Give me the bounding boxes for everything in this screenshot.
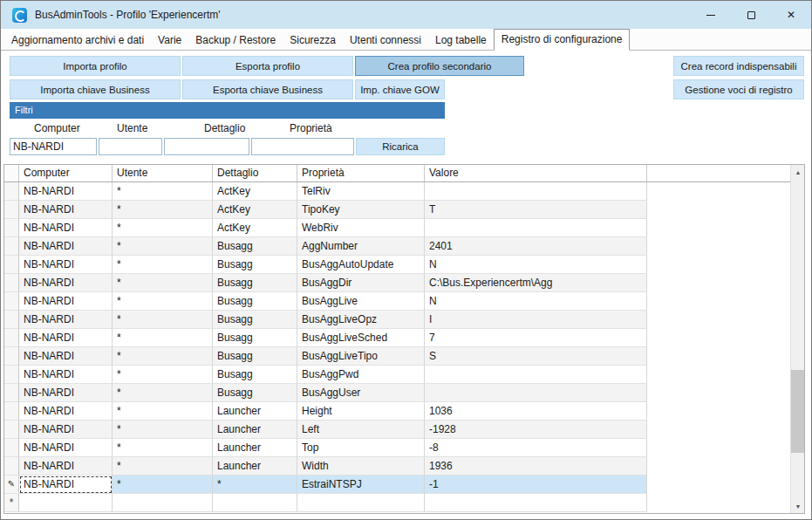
cell-utente[interactable]: * (113, 182, 213, 201)
scroll-thumb[interactable] (791, 370, 805, 453)
crea-profilo-secondario-button[interactable]: Crea profilo secondario (355, 56, 524, 76)
close-button[interactable]: ✕ (771, 1, 811, 29)
importa-profilo-button[interactable]: Importa profilo (10, 56, 181, 76)
cell-dettaglio[interactable]: ActKey (213, 219, 297, 237)
cell-utente[interactable] (113, 494, 213, 512)
cell-computer[interactable]: NB-NARDI (19, 421, 113, 439)
cell-dettaglio[interactable]: ActKey (213, 201, 297, 219)
cell-computer[interactable]: NB-NARDI (19, 182, 113, 201)
cell-utente[interactable]: * (113, 384, 213, 402)
cell-utente[interactable]: * (113, 439, 213, 457)
cell-valore[interactable] (425, 494, 647, 512)
cell-valore[interactable]: -1928 (425, 421, 647, 439)
column-header-computer[interactable]: Computer (19, 165, 113, 181)
cell-dettaglio[interactable]: * (213, 476, 297, 494)
cell-computer[interactable]: NB-NARDI (19, 292, 113, 311)
cell-utente[interactable]: * (113, 457, 213, 476)
cell-utente[interactable]: * (113, 421, 213, 439)
filter-input-utente[interactable] (99, 138, 162, 155)
importa-chiave-business-button[interactable]: Importa chiave Business (10, 79, 181, 99)
tab-registro-di-configurazione[interactable]: Registro di configurazione (494, 29, 631, 51)
row-selector[interactable]: ✎ (4, 476, 19, 494)
cell-computer[interactable]: NB-NARDI (19, 476, 113, 494)
cell-valore[interactable]: 2401 (425, 237, 647, 256)
filter-input-dettaglio[interactable] (164, 138, 249, 155)
cell-valore[interactable]: -8 (425, 439, 647, 457)
cell-propriet[interactable] (297, 494, 425, 512)
cell-computer[interactable]: NB-NARDI (19, 384, 113, 402)
cell-propriet[interactable]: BusAggAutoUpdate (297, 256, 425, 274)
cell-dettaglio[interactable]: Launcher (213, 457, 297, 476)
row-selector[interactable] (4, 402, 19, 421)
filter-input-propriet[interactable] (251, 138, 354, 155)
new-row-selector[interactable]: * (4, 494, 19, 512)
cell-utente[interactable]: * (113, 292, 213, 311)
cell-computer[interactable]: NB-NARDI (19, 219, 113, 237)
cell-valore[interactable]: S (425, 347, 647, 366)
tab-utenti-connessi[interactable]: Utenti connessi (343, 31, 428, 50)
cell-propriet[interactable]: EstraiNTSPJ (297, 476, 425, 494)
cell-propriet[interactable]: Top (297, 439, 425, 457)
cell-utente[interactable]: * (113, 347, 213, 366)
cell-propriet[interactable]: BusAggUser (297, 384, 425, 402)
maximize-button[interactable] (731, 1, 771, 29)
row-selector[interactable] (4, 237, 19, 256)
row-selector[interactable] (4, 182, 19, 201)
cell-utente[interactable]: * (113, 366, 213, 384)
cell-dettaglio[interactable]: Busagg (213, 237, 297, 256)
cell-computer[interactable]: NB-NARDI (19, 439, 113, 457)
cell-valore[interactable]: 1036 (425, 402, 647, 421)
cell-valore[interactable] (425, 182, 647, 201)
row-selector[interactable] (4, 256, 19, 274)
cell-utente[interactable]: * (113, 311, 213, 329)
row-selector[interactable] (4, 366, 19, 384)
cell-dettaglio[interactable]: Launcher (213, 421, 297, 439)
row-selector[interactable] (4, 311, 19, 329)
vertical-scrollbar[interactable]: ▲ ▼ (790, 165, 804, 513)
tab-sicurezza[interactable]: Sicurezza (283, 31, 343, 50)
cell-propriet[interactable]: Left (297, 421, 425, 439)
esporta-profilo-button[interactable]: Esporta profilo (182, 56, 353, 76)
cell-dettaglio[interactable]: Launcher (213, 402, 297, 421)
cell-utente[interactable]: * (113, 274, 213, 292)
cell-dettaglio[interactable]: Busagg (213, 347, 297, 366)
cell-propriet[interactable]: AggNumber (297, 237, 425, 256)
cell-propriet[interactable]: BusAggPwd (297, 366, 425, 384)
gestione-voci-di-registro-button[interactable]: Gestione voci di registro (673, 79, 804, 99)
scroll-down-button[interactable]: ▼ (791, 499, 805, 513)
cell-utente[interactable]: * (113, 402, 213, 421)
tab-aggiornamento-archivi-e-dati[interactable]: Aggiornamento archivi e dati (4, 31, 151, 50)
cell-computer[interactable]: NB-NARDI (19, 402, 113, 421)
imp-chiave-gow-button[interactable]: Imp. chiave GOW (355, 79, 445, 99)
cell-valore[interactable]: N (425, 256, 647, 274)
cell-computer[interactable]: NB-NARDI (19, 457, 113, 476)
cell-valore[interactable]: I (425, 311, 647, 329)
row-selector[interactable] (4, 457, 19, 476)
column-header-dettaglio[interactable]: Dettaglio (213, 165, 297, 181)
cell-computer[interactable]: NB-NARDI (19, 274, 113, 292)
cell-valore[interactable]: -1 (425, 476, 647, 494)
cell-utente[interactable]: * (113, 219, 213, 237)
cell-computer[interactable]: NB-NARDI (19, 237, 113, 256)
cell-valore[interactable]: T (425, 201, 647, 219)
cell-utente[interactable]: * (113, 201, 213, 219)
cell-propriet[interactable]: BusAggDir (297, 274, 425, 292)
cell-dettaglio[interactable]: Busagg (213, 292, 297, 311)
column-header-valore[interactable]: Valore (425, 165, 647, 181)
cell-dettaglio[interactable]: Busagg (213, 366, 297, 384)
cell-utente[interactable]: * (113, 329, 213, 347)
cell-utente[interactable]: * (113, 476, 213, 494)
tab-varie[interactable]: Varie (151, 31, 188, 50)
cell-propriet[interactable]: BusAggLive (297, 292, 425, 311)
cell-dettaglio[interactable]: Busagg (213, 256, 297, 274)
cell-computer[interactable]: NB-NARDI (19, 201, 113, 219)
row-selector[interactable] (4, 329, 19, 347)
title-bar[interactable]: BusAdminTools - Profilo 'Experiencertm' … (1, 1, 811, 29)
tab-backup-restore[interactable]: Backup / Restore (188, 31, 283, 50)
row-selector[interactable] (4, 439, 19, 457)
cell-propriet[interactable]: BusAggLiveSched (297, 329, 425, 347)
cell-dettaglio[interactable]: ActKey (213, 182, 297, 201)
cell-valore[interactable]: 1936 (425, 457, 647, 476)
cell-propriet[interactable]: TelRiv (297, 182, 425, 201)
ricarica-button[interactable]: Ricarica (356, 138, 445, 155)
